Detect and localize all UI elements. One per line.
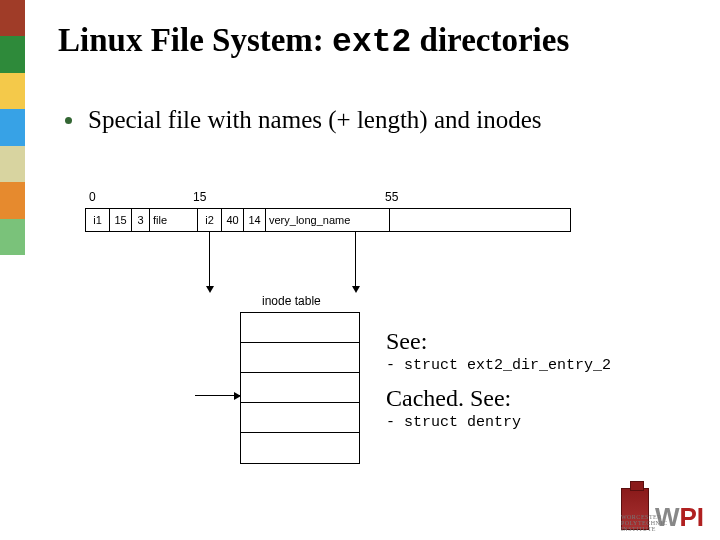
entry1-namelen: 3 (132, 209, 150, 231)
inode-pointer-arrows (85, 232, 585, 294)
note-see-block-2: Cached. See: - struct dentry (386, 385, 521, 431)
arrow-right-icon (195, 395, 240, 396)
inode-row (241, 343, 359, 373)
slide-title: Linux File System: ext2 directories (58, 22, 569, 61)
note-see-block-1: See: - struct ext2_dir_entry_2 (386, 328, 611, 374)
inode-row (241, 373, 359, 403)
inode-row (241, 313, 359, 343)
wpi-logo: W P I WORCESTER POLYTECHNIC INSTITUTE (621, 488, 704, 530)
entry2-namelen: 14 (244, 209, 266, 231)
entry2-reclen: 40 (222, 209, 244, 231)
title-suffix: directories (411, 22, 569, 58)
inode-table-label: inode table (262, 294, 321, 308)
entry-tail-empty (390, 209, 570, 231)
directory-diagram: 0 15 55 i1 15 3 file i2 40 14 very_long_… (85, 190, 585, 294)
entry1-name: file (150, 209, 198, 231)
inode-table (240, 312, 360, 464)
logo-subtext: WORCESTER POLYTECHNIC INSTITUTE (621, 514, 704, 532)
accent-color-bar (0, 0, 25, 255)
offset-0: 0 (89, 190, 96, 204)
entry2-name: very_long_name (266, 209, 390, 231)
title-prefix: Linux File System: (58, 22, 332, 58)
byte-offsets: 0 15 55 (85, 190, 585, 208)
directory-entries-row: i1 15 3 file i2 40 14 very_long_name (85, 208, 571, 232)
note-code-1: - struct ext2_dir_entry_2 (386, 357, 611, 374)
inode-row (241, 403, 359, 433)
entry1-inode: i1 (86, 209, 110, 231)
offset-55: 55 (385, 190, 398, 204)
inode-row (241, 433, 359, 463)
entry2-inode: i2 (198, 209, 222, 231)
title-code: ext2 (332, 24, 411, 61)
offset-15: 15 (193, 190, 206, 204)
bullet-icon (65, 117, 72, 124)
note-code-2: - struct dentry (386, 414, 521, 431)
entry1-reclen: 15 (110, 209, 132, 231)
note-see-1: See: (386, 328, 611, 355)
bullet-item: Special file with names (+ length) and i… (65, 103, 665, 137)
note-see-2: Cached. See: (386, 385, 521, 412)
bullet-text: Special file with names (+ length) and i… (88, 103, 542, 137)
